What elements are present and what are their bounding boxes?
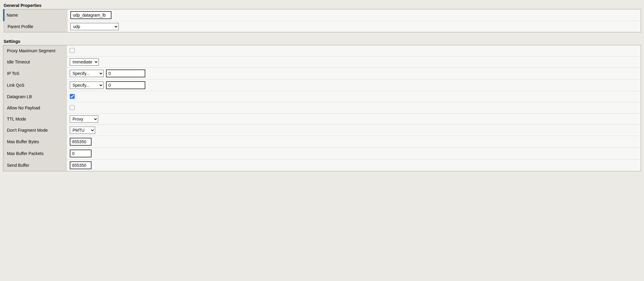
ip-tos-label: IP ToS (3, 68, 67, 79)
ttl-mode-value-cell: Proxy (67, 114, 641, 125)
dont-fragment-row: Don't Fragment Mode PMTU (3, 125, 641, 136)
link-qos-mode-select[interactable]: Specify... (70, 82, 104, 89)
max-buffer-bytes-label: Max Buffer Bytes (3, 136, 67, 148)
ip-tos-value-cell: Specify... (67, 68, 641, 79)
send-buffer-value-cell (67, 160, 641, 171)
ip-tos-value-input[interactable] (106, 69, 145, 77)
allow-no-payload-checkbox[interactable] (70, 105, 75, 110)
datagram-lb-row: Datagram LB (3, 91, 641, 102)
proxy-max-seg-value-cell (67, 45, 641, 57)
send-buffer-row: Send Buffer (3, 160, 641, 171)
max-buffer-packets-row: Max Buffer Packets (3, 148, 641, 160)
parent-profile-value-cell: udp (67, 21, 641, 32)
name-label: Name (4, 9, 67, 21)
send-buffer-label: Send Buffer (3, 160, 67, 171)
idle-timeout-value-cell: Immediate (67, 57, 641, 68)
datagram-lb-value-cell (67, 91, 641, 102)
proxy-max-seg-checkbox[interactable] (70, 48, 75, 53)
general-properties-table: Name Parent Profile udp (3, 9, 641, 32)
idle-timeout-row: Idle Timeout Immediate (3, 57, 641, 68)
name-value-cell (67, 9, 641, 21)
idle-timeout-select[interactable]: Immediate (70, 58, 99, 66)
name-input[interactable] (70, 11, 111, 19)
max-buffer-bytes-value-cell (67, 136, 641, 148)
settings-table: Proxy Maximum Segment Idle Timeout Immed… (3, 45, 641, 171)
dont-fragment-value-cell: PMTU (67, 125, 641, 136)
ttl-mode-select[interactable]: Proxy (70, 115, 98, 123)
max-buffer-packets-value-cell (67, 148, 641, 160)
max-buffer-bytes-input[interactable] (70, 138, 92, 146)
max-buffer-packets-input[interactable] (70, 150, 92, 157)
parent-profile-select[interactable]: udp (70, 23, 119, 30)
link-qos-value-input[interactable] (106, 81, 145, 89)
max-buffer-packets-label: Max Buffer Packets (3, 148, 67, 160)
datagram-lb-checkbox[interactable] (70, 94, 75, 99)
ttl-mode-row: TTL Mode Proxy (3, 114, 641, 125)
ip-tos-row: IP ToS Specify... (3, 68, 641, 79)
link-qos-value-cell: Specify... (67, 79, 641, 91)
ttl-mode-label: TTL Mode (3, 114, 67, 125)
allow-no-payload-row: Allow No Payload (3, 102, 641, 114)
ip-tos-mode-select[interactable]: Specify... (70, 70, 104, 77)
dont-fragment-label: Don't Fragment Mode (3, 125, 67, 136)
send-buffer-input[interactable] (70, 161, 92, 169)
idle-timeout-label: Idle Timeout (3, 57, 67, 68)
name-row: Name (4, 9, 641, 21)
allow-no-payload-value-cell (67, 102, 641, 114)
parent-profile-label: Parent Profile (4, 21, 67, 32)
general-properties-title: General Properties (3, 3, 641, 8)
link-qos-row: Link QoS Specify... (3, 79, 641, 91)
parent-profile-row: Parent Profile udp (4, 21, 641, 32)
proxy-max-seg-row: Proxy Maximum Segment (3, 45, 641, 57)
dont-fragment-select[interactable]: PMTU (70, 127, 95, 134)
allow-no-payload-label: Allow No Payload (3, 102, 67, 114)
link-qos-label: Link QoS (3, 79, 67, 91)
proxy-max-seg-label: Proxy Maximum Segment (3, 45, 67, 57)
settings-title: Settings (3, 39, 641, 44)
datagram-lb-label: Datagram LB (3, 91, 67, 102)
max-buffer-bytes-row: Max Buffer Bytes (3, 136, 641, 148)
